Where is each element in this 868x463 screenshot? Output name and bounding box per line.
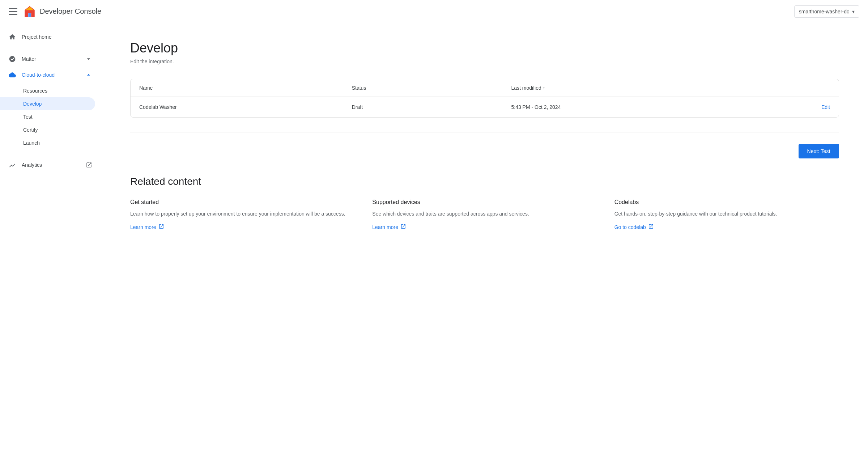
related-content-title: Related content xyxy=(130,176,839,187)
integrations-table: Name Status Last modified ↑ Codelab Wash… xyxy=(130,79,839,118)
related-link-label-3: Go to codelab xyxy=(614,224,646,230)
app-title: Developer Console xyxy=(40,7,101,16)
layout: Project home Matter Cloud-to-cloud Resou… xyxy=(0,0,868,463)
project-home-label: Project home xyxy=(22,34,92,40)
related-card-desc-1: Learn how to properly set up your enviro… xyxy=(130,210,355,218)
related-link-1[interactable]: Learn more xyxy=(130,224,164,230)
next-test-button[interactable]: Next: Test xyxy=(799,144,839,158)
matter-chevron-icon xyxy=(85,55,92,63)
related-link-3[interactable]: Go to codelab xyxy=(614,224,654,230)
related-link-label-2: Learn more xyxy=(372,224,398,230)
sidebar-divider-1 xyxy=(9,48,92,48)
project-selector-chevron: ▾ xyxy=(852,9,855,14)
menu-icon[interactable] xyxy=(9,7,17,16)
edit-link[interactable]: Edit xyxy=(821,104,830,110)
svg-rect-2 xyxy=(28,13,31,17)
related-card-title-3: Codelabs xyxy=(614,199,839,205)
sidebar-item-analytics[interactable]: Analytics xyxy=(0,157,101,173)
svg-marker-1 xyxy=(25,7,34,10)
sort-icon: ↑ xyxy=(543,85,545,90)
related-grid: Get started Learn how to properly set up… xyxy=(130,199,839,230)
row-last-modified: 5:43 PM - Oct 2, 2024 xyxy=(511,104,724,110)
cloud-to-cloud-label: Cloud-to-cloud xyxy=(22,72,79,78)
page-subtitle: Edit the integration. xyxy=(130,59,839,64)
related-card-title-1: Get started xyxy=(130,199,355,205)
sidebar-subitem-test[interactable]: Test xyxy=(0,110,101,123)
sidebar-item-project-home[interactable]: Project home xyxy=(0,29,101,45)
col-status: Status xyxy=(352,85,511,91)
home-icon xyxy=(9,33,16,41)
related-card-desc-2: See which devices and traits are support… xyxy=(372,210,597,218)
app-logo[interactable]: Developer Console xyxy=(23,5,101,18)
cloud-to-cloud-chevron-icon xyxy=(85,71,92,78)
matter-label: Matter xyxy=(22,56,79,62)
cloud-icon xyxy=(9,71,16,78)
sidebar-divider-2 xyxy=(9,154,92,154)
matter-icon xyxy=(9,55,16,63)
related-card-codelabs: Codelabs Get hands-on, step-by-step guid… xyxy=(614,199,839,230)
row-action: Edit xyxy=(724,104,830,110)
table-header: Name Status Last modified ↑ xyxy=(131,79,839,97)
related-card-title-2: Supported devices xyxy=(372,199,597,205)
table-row: Codelab Washer Draft 5:43 PM - Oct 2, 20… xyxy=(131,97,839,117)
analytics-icon xyxy=(9,161,16,169)
project-selector[interactable]: smarthome-washer-dc ▾ xyxy=(794,5,859,18)
sidebar-subitem-develop[interactable]: Develop xyxy=(0,97,95,110)
related-link-2[interactable]: Learn more xyxy=(372,224,406,230)
sidebar-item-cloud-to-cloud[interactable]: Cloud-to-cloud xyxy=(0,67,101,83)
external-link-icon-3 xyxy=(648,224,654,230)
related-card-get-started: Get started Learn how to properly set up… xyxy=(130,199,355,230)
related-card-supported-devices: Supported devices See which devices and … xyxy=(372,199,597,230)
button-row: Next: Test xyxy=(130,144,839,158)
cloud-to-cloud-subnav: Resources Develop Test Certify Launch xyxy=(0,83,101,151)
related-content-section: Related content Get started Learn how to… xyxy=(130,176,839,230)
external-link-icon-2 xyxy=(400,224,406,230)
row-name: Codelab Washer xyxy=(139,104,352,110)
sidebar: Project home Matter Cloud-to-cloud Resou… xyxy=(0,23,101,463)
sidebar-subitem-launch[interactable]: Launch xyxy=(0,136,101,149)
col-name: Name xyxy=(139,85,352,91)
analytics-label: Analytics xyxy=(22,162,42,168)
google-home-logo-icon xyxy=(23,5,36,18)
content-divider xyxy=(130,132,839,132)
col-action xyxy=(724,85,830,91)
analytics-external-link-icon xyxy=(86,162,92,168)
external-link-icon-1 xyxy=(158,224,164,230)
project-name: smarthome-washer-dc xyxy=(799,9,849,14)
related-card-desc-3: Get hands-on, step-by-step guidance with… xyxy=(614,210,839,218)
main-content: Develop Edit the integration. Name Statu… xyxy=(101,23,868,463)
sidebar-subitem-resources[interactable]: Resources xyxy=(0,84,101,97)
sidebar-subitem-certify[interactable]: Certify xyxy=(0,123,101,136)
row-status: Draft xyxy=(352,104,511,110)
page-title: Develop xyxy=(130,41,839,56)
related-link-label-1: Learn more xyxy=(130,224,156,230)
topbar: Developer Console smarthome-washer-dc ▾ xyxy=(0,0,868,23)
sidebar-item-matter[interactable]: Matter xyxy=(0,51,101,67)
col-last-modified[interactable]: Last modified ↑ xyxy=(511,85,724,91)
